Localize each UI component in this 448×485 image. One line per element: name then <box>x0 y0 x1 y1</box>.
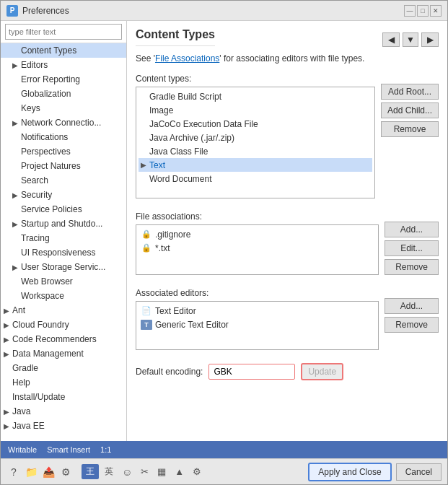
content-types-buttons: Add Root... Add Child... Remove <box>381 71 439 137</box>
status-insert-mode[interactable]: Smart Insert <box>44 445 93 455</box>
list-item[interactable]: JaCoCo Execution Data File <box>139 117 372 131</box>
file-associations-link[interactable]: File Associations <box>155 53 219 64</box>
preferences-icon: P <box>6 5 18 17</box>
list-item-label: Word Document <box>149 174 211 184</box>
update-button[interactable]: Update <box>301 363 343 380</box>
maximize-button[interactable]: □ <box>417 5 429 17</box>
lock-icon: 🔒 <box>141 242 152 254</box>
default-encoding-label: Default encoding: <box>136 367 203 377</box>
right-panel: Content Types ◀ ▼ ▶ See 'File Associatio… <box>127 21 447 441</box>
status-position[interactable]: 1:1 <box>97 445 114 455</box>
folder-icon[interactable]: 📁 <box>24 465 38 479</box>
sidebar-item-label: Service Policies <box>21 204 82 214</box>
forward-button[interactable]: ▶ <box>421 32 439 47</box>
sidebar-item-java[interactable]: ▶ Java <box>1 404 126 419</box>
sidebar-item-label: Workspace <box>21 291 64 301</box>
edit-association-button[interactable]: Edit... <box>385 240 439 256</box>
sidebar-item-security[interactable]: ▶ Security <box>1 188 126 202</box>
list-item[interactable]: Java Class File <box>139 144 372 158</box>
list-item[interactable]: 📄 Text Editor <box>139 304 376 318</box>
sidebar-item-editors[interactable]: ▶ Editors <box>1 58 126 72</box>
remove-button[interactable]: Remove <box>381 121 439 137</box>
list-item[interactable]: 🔒 .gitignore <box>139 227 376 241</box>
taskbar-wang[interactable]: 王 <box>82 464 99 479</box>
sidebar-item-java-ee[interactable]: ▶ Java EE <box>1 419 126 433</box>
taskbar-smile[interactable]: ☺ <box>119 465 135 479</box>
sidebar-item-label: Globalization <box>21 89 71 99</box>
sidebar-item-project-natures[interactable]: Project Natures <box>1 159 126 173</box>
row-arrow-icon: ▶ <box>141 161 149 169</box>
taskbar-ying[interactable]: 英 <box>102 464 116 479</box>
associated-editors-listbox[interactable]: 📄 Text Editor T Generic Text Editor <box>136 301 379 350</box>
sidebar-item-workspace[interactable]: Workspace <box>1 289 126 303</box>
minimize-button[interactable]: — <box>404 5 416 17</box>
associated-editors-label: Associated editors: <box>136 288 379 298</box>
sidebar-item-notifications[interactable]: Notifications <box>1 130 126 144</box>
sidebar-item-service-policies[interactable]: Service Policies <box>1 202 126 217</box>
list-item-label: Text <box>149 160 165 170</box>
content-types-listbox[interactable]: Gradle Build Script Image JaCoCo Executi… <box>136 87 375 198</box>
list-item[interactable]: Java Archive (.jar/.zip) <box>139 131 372 144</box>
list-item-text[interactable]: ▶ Text <box>139 158 372 172</box>
list-item-label: Java Archive (.jar/.zip) <box>149 133 234 143</box>
sidebar-item-error-reporting[interactable]: Error Reporting <box>1 72 126 87</box>
sidebar-item-install-update[interactable]: Install/Update <box>1 390 126 404</box>
remove-association-button[interactable]: Remove <box>385 259 439 275</box>
list-item-label: .gitignore <box>155 230 190 240</box>
associated-editors-section: Associated editors: 📄 Text Editor T Gene… <box>136 285 439 354</box>
sidebar-item-search[interactable]: Search <box>1 173 126 188</box>
encoding-input[interactable] <box>208 364 295 380</box>
sidebar-item-help[interactable]: Help <box>1 375 126 390</box>
help-icon[interactable]: ? <box>6 465 21 479</box>
sidebar-item-label: Keys <box>21 103 40 113</box>
sidebar-item-cloud-foundry[interactable]: ▶ Cloud Foundry <box>1 318 126 332</box>
sidebar-item-ant[interactable]: ▶ Ant <box>1 303 126 318</box>
taskbar-gear[interactable]: ⚙ <box>190 465 204 479</box>
sidebar-item-globalization[interactable]: Globalization <box>1 87 126 101</box>
taskbar-grid[interactable]: ▦ <box>154 465 169 479</box>
sidebar-item-perspectives[interactable]: Perspectives <box>1 144 126 159</box>
list-item[interactable]: Word Document <box>139 172 372 185</box>
bottom-bar: ? 📁 📤 ⚙ 王 英 ☺ ✂ ▦ ▲ ⚙ Apply and Close Ca… <box>1 458 447 484</box>
encoding-row: Default encoding: Update <box>136 363 439 380</box>
sidebar-item-web-browser[interactable]: Web Browser <box>1 274 126 289</box>
dropdown-button[interactable]: ▼ <box>403 32 418 47</box>
apply-and-close-button[interactable]: Apply and Close <box>308 463 391 481</box>
taskbar-scissors[interactable]: ✂ <box>138 465 151 479</box>
sidebar-item-data-management[interactable]: ▶ Data Management <box>1 346 126 361</box>
back-button[interactable]: ◀ <box>382 32 400 47</box>
sidebar-item-content-types[interactable]: Content Types <box>1 43 126 58</box>
sidebar-item-code-recommenders[interactable]: ▶ Code Recommenders <box>1 332 126 346</box>
sidebar-item-keys[interactable]: Keys <box>1 101 126 115</box>
sidebar-item-gradle[interactable]: Gradle <box>1 361 126 375</box>
status-writable[interactable]: Writable <box>5 445 40 455</box>
arrow-icon: ▶ <box>4 408 12 416</box>
cancel-button[interactable]: Cancel <box>396 463 442 481</box>
list-item[interactable]: Gradle Build Script <box>139 89 372 103</box>
add-root-button[interactable]: Add Root... <box>381 84 439 100</box>
sidebar-item-tracing[interactable]: Tracing <box>1 231 126 245</box>
settings-icon[interactable]: ⚙ <box>58 465 73 479</box>
list-item[interactable]: 🔒 *.txt <box>139 241 376 255</box>
arrow-icon: ▶ <box>12 220 21 228</box>
add-child-button[interactable]: Add Child... <box>381 102 439 118</box>
export-icon[interactable]: 📤 <box>41 465 56 479</box>
list-item[interactable]: Image <box>139 103 372 117</box>
add-association-button[interactable]: Add... <box>385 222 439 237</box>
sidebar-item-label: Content Types <box>21 45 76 56</box>
list-item-label: Java Class File <box>149 147 208 157</box>
file-associations-listbox[interactable]: 🔒 .gitignore 🔒 *.txt <box>136 224 379 275</box>
sidebar-item-startup-shutdown[interactable]: ▶ Startup and Shutdo... <box>1 217 126 231</box>
close-button[interactable]: ✕ <box>430 5 442 17</box>
list-item-label: JaCoCo Execution Data File <box>149 119 258 129</box>
preferences-window: P Preferences — □ ✕ Content Types ▶ <box>0 0 448 485</box>
sidebar-item-network-connection[interactable]: ▶ Network Connectio... <box>1 115 126 130</box>
filter-input[interactable] <box>5 24 122 40</box>
taskbar-up[interactable]: ▲ <box>172 465 187 479</box>
list-item[interactable]: T Generic Text Editor <box>139 318 376 331</box>
add-editor-button[interactable]: Add... <box>385 298 439 314</box>
sidebar-item-user-storage[interactable]: ▶ User Storage Servic... <box>1 260 126 274</box>
remove-editor-button[interactable]: Remove <box>385 317 439 333</box>
sidebar-item-ui-responsiveness[interactable]: UI Responsiveness <box>1 245 126 260</box>
text-editor-icon: T <box>141 319 152 331</box>
